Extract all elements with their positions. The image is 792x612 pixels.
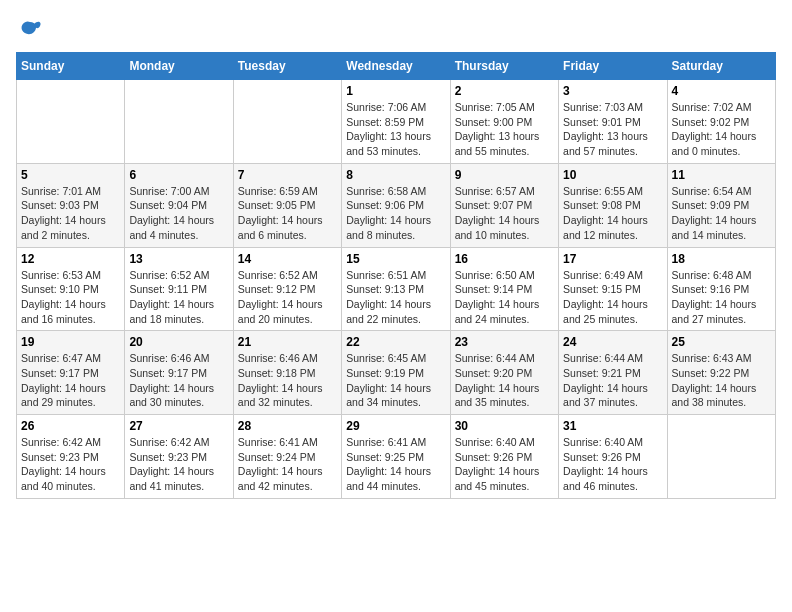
day-cell: 21Sunrise: 6:46 AM Sunset: 9:18 PM Dayli… (233, 331, 341, 415)
day-cell: 6Sunrise: 7:00 AM Sunset: 9:04 PM Daylig… (125, 163, 233, 247)
day-number: 19 (21, 335, 120, 349)
day-info: Sunrise: 7:06 AM Sunset: 8:59 PM Dayligh… (346, 100, 445, 159)
day-cell (667, 415, 775, 499)
day-number: 9 (455, 168, 554, 182)
day-number: 17 (563, 252, 662, 266)
day-number: 8 (346, 168, 445, 182)
day-cell: 17Sunrise: 6:49 AM Sunset: 9:15 PM Dayli… (559, 247, 667, 331)
day-cell: 20Sunrise: 6:46 AM Sunset: 9:17 PM Dayli… (125, 331, 233, 415)
header-cell-saturday: Saturday (667, 53, 775, 80)
day-cell: 29Sunrise: 6:41 AM Sunset: 9:25 PM Dayli… (342, 415, 450, 499)
day-cell: 26Sunrise: 6:42 AM Sunset: 9:23 PM Dayli… (17, 415, 125, 499)
day-cell: 3Sunrise: 7:03 AM Sunset: 9:01 PM Daylig… (559, 80, 667, 164)
day-cell: 28Sunrise: 6:41 AM Sunset: 9:24 PM Dayli… (233, 415, 341, 499)
day-cell: 7Sunrise: 6:59 AM Sunset: 9:05 PM Daylig… (233, 163, 341, 247)
logo (16, 16, 48, 44)
day-info: Sunrise: 7:00 AM Sunset: 9:04 PM Dayligh… (129, 184, 228, 243)
day-info: Sunrise: 7:02 AM Sunset: 9:02 PM Dayligh… (672, 100, 771, 159)
day-cell (233, 80, 341, 164)
week-row-4: 19Sunrise: 6:47 AM Sunset: 9:17 PM Dayli… (17, 331, 776, 415)
day-number: 25 (672, 335, 771, 349)
page-header (16, 16, 776, 44)
day-number: 13 (129, 252, 228, 266)
calendar-table: SundayMondayTuesdayWednesdayThursdayFrid… (16, 52, 776, 499)
day-cell: 27Sunrise: 6:42 AM Sunset: 9:23 PM Dayli… (125, 415, 233, 499)
day-info: Sunrise: 6:52 AM Sunset: 9:12 PM Dayligh… (238, 268, 337, 327)
header-cell-sunday: Sunday (17, 53, 125, 80)
calendar-body: 1Sunrise: 7:06 AM Sunset: 8:59 PM Daylig… (17, 80, 776, 499)
day-info: Sunrise: 6:42 AM Sunset: 9:23 PM Dayligh… (21, 435, 120, 494)
day-info: Sunrise: 7:03 AM Sunset: 9:01 PM Dayligh… (563, 100, 662, 159)
day-number: 4 (672, 84, 771, 98)
day-number: 1 (346, 84, 445, 98)
day-number: 12 (21, 252, 120, 266)
day-info: Sunrise: 6:50 AM Sunset: 9:14 PM Dayligh… (455, 268, 554, 327)
header-cell-tuesday: Tuesday (233, 53, 341, 80)
day-cell: 23Sunrise: 6:44 AM Sunset: 9:20 PM Dayli… (450, 331, 558, 415)
day-cell: 18Sunrise: 6:48 AM Sunset: 9:16 PM Dayli… (667, 247, 775, 331)
day-cell: 5Sunrise: 7:01 AM Sunset: 9:03 PM Daylig… (17, 163, 125, 247)
day-info: Sunrise: 6:49 AM Sunset: 9:15 PM Dayligh… (563, 268, 662, 327)
week-row-2: 5Sunrise: 7:01 AM Sunset: 9:03 PM Daylig… (17, 163, 776, 247)
day-cell (17, 80, 125, 164)
day-cell: 2Sunrise: 7:05 AM Sunset: 9:00 PM Daylig… (450, 80, 558, 164)
day-number: 21 (238, 335, 337, 349)
day-number: 24 (563, 335, 662, 349)
day-number: 29 (346, 419, 445, 433)
day-info: Sunrise: 6:51 AM Sunset: 9:13 PM Dayligh… (346, 268, 445, 327)
day-info: Sunrise: 6:58 AM Sunset: 9:06 PM Dayligh… (346, 184, 445, 243)
day-number: 16 (455, 252, 554, 266)
day-number: 22 (346, 335, 445, 349)
day-number: 23 (455, 335, 554, 349)
day-number: 28 (238, 419, 337, 433)
day-number: 5 (21, 168, 120, 182)
day-cell: 9Sunrise: 6:57 AM Sunset: 9:07 PM Daylig… (450, 163, 558, 247)
day-info: Sunrise: 6:41 AM Sunset: 9:25 PM Dayligh… (346, 435, 445, 494)
header-row: SundayMondayTuesdayWednesdayThursdayFrid… (17, 53, 776, 80)
day-info: Sunrise: 6:54 AM Sunset: 9:09 PM Dayligh… (672, 184, 771, 243)
day-info: Sunrise: 6:53 AM Sunset: 9:10 PM Dayligh… (21, 268, 120, 327)
day-info: Sunrise: 6:43 AM Sunset: 9:22 PM Dayligh… (672, 351, 771, 410)
day-info: Sunrise: 7:05 AM Sunset: 9:00 PM Dayligh… (455, 100, 554, 159)
day-cell: 11Sunrise: 6:54 AM Sunset: 9:09 PM Dayli… (667, 163, 775, 247)
header-cell-wednesday: Wednesday (342, 53, 450, 80)
day-number: 14 (238, 252, 337, 266)
day-cell: 8Sunrise: 6:58 AM Sunset: 9:06 PM Daylig… (342, 163, 450, 247)
day-info: Sunrise: 6:42 AM Sunset: 9:23 PM Dayligh… (129, 435, 228, 494)
day-cell: 30Sunrise: 6:40 AM Sunset: 9:26 PM Dayli… (450, 415, 558, 499)
day-number: 18 (672, 252, 771, 266)
day-cell: 19Sunrise: 6:47 AM Sunset: 9:17 PM Dayli… (17, 331, 125, 415)
day-cell: 12Sunrise: 6:53 AM Sunset: 9:10 PM Dayli… (17, 247, 125, 331)
day-cell: 25Sunrise: 6:43 AM Sunset: 9:22 PM Dayli… (667, 331, 775, 415)
header-cell-thursday: Thursday (450, 53, 558, 80)
day-cell: 10Sunrise: 6:55 AM Sunset: 9:08 PM Dayli… (559, 163, 667, 247)
day-info: Sunrise: 6:41 AM Sunset: 9:24 PM Dayligh… (238, 435, 337, 494)
day-number: 7 (238, 168, 337, 182)
day-number: 10 (563, 168, 662, 182)
day-number: 3 (563, 84, 662, 98)
day-info: Sunrise: 6:46 AM Sunset: 9:18 PM Dayligh… (238, 351, 337, 410)
day-cell: 1Sunrise: 7:06 AM Sunset: 8:59 PM Daylig… (342, 80, 450, 164)
day-number: 30 (455, 419, 554, 433)
day-info: Sunrise: 6:40 AM Sunset: 9:26 PM Dayligh… (455, 435, 554, 494)
day-info: Sunrise: 6:44 AM Sunset: 9:21 PM Dayligh… (563, 351, 662, 410)
day-info: Sunrise: 6:59 AM Sunset: 9:05 PM Dayligh… (238, 184, 337, 243)
calendar-header: SundayMondayTuesdayWednesdayThursdayFrid… (17, 53, 776, 80)
day-number: 11 (672, 168, 771, 182)
logo-icon (16, 16, 44, 44)
day-cell: 14Sunrise: 6:52 AM Sunset: 9:12 PM Dayli… (233, 247, 341, 331)
day-info: Sunrise: 6:55 AM Sunset: 9:08 PM Dayligh… (563, 184, 662, 243)
day-cell: 22Sunrise: 6:45 AM Sunset: 9:19 PM Dayli… (342, 331, 450, 415)
day-info: Sunrise: 6:48 AM Sunset: 9:16 PM Dayligh… (672, 268, 771, 327)
day-info: Sunrise: 6:44 AM Sunset: 9:20 PM Dayligh… (455, 351, 554, 410)
day-info: Sunrise: 6:57 AM Sunset: 9:07 PM Dayligh… (455, 184, 554, 243)
day-number: 26 (21, 419, 120, 433)
day-number: 2 (455, 84, 554, 98)
day-number: 15 (346, 252, 445, 266)
day-cell: 4Sunrise: 7:02 AM Sunset: 9:02 PM Daylig… (667, 80, 775, 164)
day-info: Sunrise: 6:46 AM Sunset: 9:17 PM Dayligh… (129, 351, 228, 410)
day-number: 31 (563, 419, 662, 433)
day-info: Sunrise: 6:52 AM Sunset: 9:11 PM Dayligh… (129, 268, 228, 327)
header-cell-monday: Monday (125, 53, 233, 80)
day-number: 20 (129, 335, 228, 349)
